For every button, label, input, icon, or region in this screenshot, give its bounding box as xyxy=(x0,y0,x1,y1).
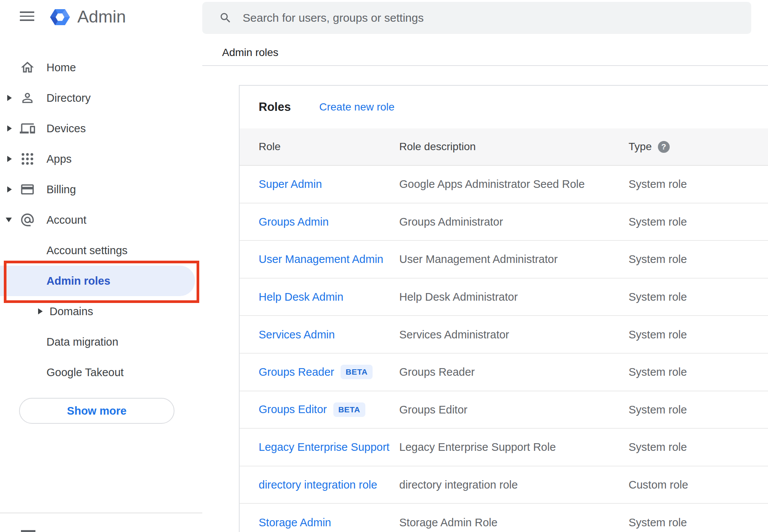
devices-icon xyxy=(20,121,35,136)
admin-hexagon-logo-icon xyxy=(48,6,72,29)
role-type: System role xyxy=(629,178,687,191)
sidebar-item-label: Account xyxy=(46,214,86,226)
role-link[interactable]: directory integration role xyxy=(259,479,377,491)
table-row[interactable]: User Management Admin User Management Ad… xyxy=(240,241,768,279)
expand-arrow-icon[interactable] xyxy=(38,308,43,314)
sidebar-item-label: Google Takeout xyxy=(46,366,124,379)
table-row[interactable]: Services Admin Services Administrator Sy… xyxy=(240,316,768,354)
role-link[interactable]: Groups Reader xyxy=(259,366,334,378)
create-new-role-link[interactable]: Create new role xyxy=(319,101,395,113)
table-row[interactable]: Super Admin Google Apps Administrator Se… xyxy=(240,166,768,204)
sidebar-bottom-divider xyxy=(0,513,202,513)
sidebar-item-apps[interactable]: Apps xyxy=(0,144,202,174)
column-header-role-description: Role description xyxy=(399,141,476,153)
role-link[interactable]: Groups Admin xyxy=(259,215,329,228)
sidebar-item-home[interactable]: Home xyxy=(0,52,202,83)
sidebar-item-google-takeout[interactable]: Google Takeout xyxy=(0,357,202,388)
role-description: Services Administrator xyxy=(399,328,509,341)
role-description: directory integration role xyxy=(399,479,518,491)
role-description: Groups Reader xyxy=(399,366,475,378)
role-link[interactable]: Services Admin xyxy=(259,328,335,341)
expand-arrow-icon[interactable] xyxy=(7,95,12,101)
sidebar-item-label: Account settings xyxy=(46,244,128,257)
sidebar-item-billing[interactable]: Billing xyxy=(0,174,202,205)
role-description: Storage Admin Role xyxy=(399,516,498,529)
search-input[interactable]: Search for users, groups or settings xyxy=(202,2,751,34)
role-description: Groups Editor xyxy=(399,403,467,416)
role-type: System role xyxy=(629,215,687,228)
sidebar-item-label: Devices xyxy=(46,122,86,135)
role-description: Help Desk Administrator xyxy=(399,291,518,303)
roles-panel: Roles Create new role Role Role descript… xyxy=(239,85,768,532)
role-type: System role xyxy=(629,253,687,266)
table-row[interactable]: Groups Reader BETA Groups Reader System … xyxy=(240,354,768,391)
roles-panel-header: Roles Create new role xyxy=(240,86,768,128)
sidebar-item-label: Data migration xyxy=(46,336,118,348)
hamburger-icon xyxy=(20,11,34,13)
column-header-type: Type ? xyxy=(629,141,670,153)
sidebar-item-label: Admin roles xyxy=(46,275,110,287)
sidebar-item-label: Directory xyxy=(46,92,91,104)
role-link[interactable]: Groups Editor xyxy=(259,403,327,416)
apps-icon xyxy=(20,151,35,167)
role-link[interactable]: User Management Admin xyxy=(259,253,383,266)
role-description: Google Apps Administrator Seed Role xyxy=(399,178,585,191)
role-link[interactable]: Storage Admin xyxy=(259,516,331,529)
expand-arrow-icon[interactable] xyxy=(7,156,12,162)
expand-arrow-icon[interactable] xyxy=(7,125,12,131)
credit-card-icon xyxy=(20,182,35,197)
role-type: System role xyxy=(629,516,687,529)
sidebar-item-account[interactable]: Account xyxy=(0,205,202,235)
role-link[interactable]: Help Desk Admin xyxy=(259,291,343,303)
table-row[interactable]: Storage Admin Storage Admin Role System … xyxy=(240,504,768,532)
sidebar-item-label: Apps xyxy=(46,153,72,165)
product-name: Admin xyxy=(77,7,126,27)
table-body: Super Admin Google Apps Administrator Se… xyxy=(240,166,768,532)
role-link[interactable]: Super Admin xyxy=(259,178,322,191)
header-divider xyxy=(202,65,768,66)
sidebar-item-data-migration[interactable]: Data migration xyxy=(0,327,202,357)
search-placeholder: Search for users, groups or settings xyxy=(243,11,424,24)
sidebar-item-devices[interactable]: Devices xyxy=(0,113,202,144)
help-icon[interactable]: ? xyxy=(658,141,670,153)
role-type: System role xyxy=(629,403,687,416)
sidebar-item-admin-roles[interactable]: Admin roles xyxy=(0,266,202,296)
role-description: Legacy Enterprise Support Role xyxy=(399,441,556,453)
role-type: System role xyxy=(629,291,687,303)
hamburger-menu-button[interactable] xyxy=(20,11,34,21)
column-header-role: Role xyxy=(259,141,281,153)
partial-bottom-icon xyxy=(21,530,35,532)
table-row[interactable]: Legacy Enterprise Support Legacy Enterpr… xyxy=(240,429,768,466)
show-more-button[interactable]: Show more xyxy=(19,398,174,424)
sidebar-item-directory[interactable]: Directory xyxy=(0,83,202,113)
breadcrumb: Admin roles xyxy=(222,46,278,59)
role-description: User Management Administrator xyxy=(399,253,558,266)
person-icon xyxy=(20,90,35,106)
sidebar-item-label: Billing xyxy=(46,183,76,196)
sidebar-item-label: Home xyxy=(46,61,76,74)
at-email-icon xyxy=(20,212,35,228)
table-row[interactable]: directory integration role directory int… xyxy=(240,466,768,504)
panel-title: Roles xyxy=(259,100,291,114)
role-link[interactable]: Legacy Enterprise Support xyxy=(259,441,389,453)
role-description: Groups Administrator xyxy=(399,215,503,228)
beta-badge: BETA xyxy=(333,402,365,417)
search-icon xyxy=(219,11,232,24)
home-icon xyxy=(20,60,35,75)
table-row[interactable]: Groups Editor BETA Groups Editor System … xyxy=(240,391,768,429)
role-type: System role xyxy=(629,441,687,453)
table-row[interactable]: Groups Admin Groups Administrator System… xyxy=(240,204,768,241)
table-row[interactable]: Help Desk Admin Help Desk Administrator … xyxy=(240,279,768,316)
beta-badge: BETA xyxy=(341,365,373,379)
expand-arrow-icon[interactable] xyxy=(7,186,12,192)
role-type: Custom role xyxy=(629,479,688,491)
sidebar-item-domains[interactable]: Domains xyxy=(0,296,202,327)
role-type: System role xyxy=(629,366,687,378)
role-type: System role xyxy=(629,328,687,341)
sidebar-item-label: Domains xyxy=(50,305,93,318)
table-header-row: Role Role description Type ? xyxy=(240,128,768,166)
collapse-arrow-icon[interactable] xyxy=(6,218,12,222)
sidebar-item-account-settings[interactable]: Account settings xyxy=(0,235,202,266)
